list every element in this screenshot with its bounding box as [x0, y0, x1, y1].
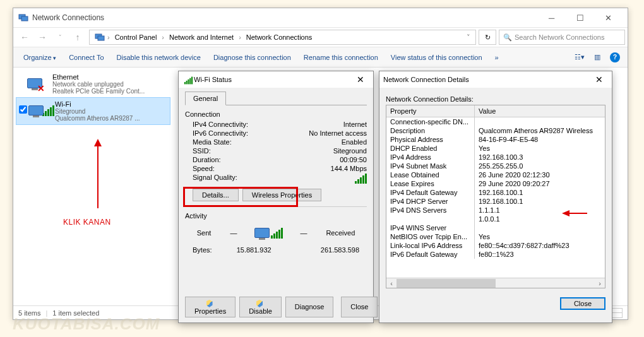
organize-menu[interactable]: Organize — [18, 51, 61, 64]
properties-button[interactable]: Properties — [185, 297, 236, 317]
disable-button[interactable]: Disable — [239, 297, 282, 317]
toolbar: Organize Connect To Disable this network… — [13, 47, 628, 68]
view-status-button[interactable]: View status of this connection — [386, 51, 487, 64]
property-cell: Physical Address — [386, 135, 475, 144]
value-cell: 192.168.100.1 — [475, 188, 605, 197]
property-cell: DHCP Enabled — [386, 144, 475, 153]
breadcrumb-icon — [92, 32, 102, 42]
property-value: 144.4 Mbps — [331, 165, 367, 172]
connect-to-button[interactable]: Connect To — [64, 51, 109, 64]
activity-label: Activity — [185, 212, 367, 220]
property-cell: Lease Obtained — [386, 170, 475, 179]
dialog-title: Wi-Fi Status — [194, 76, 352, 83]
table-row[interactable]: IPv4 Address192.168.100.3 — [386, 153, 605, 162]
dash: — — [230, 229, 237, 237]
property-value: Enabled — [342, 138, 367, 146]
svg-marker-5 — [94, 139, 102, 146]
signal-bars-icon — [355, 174, 367, 184]
property-cell — [386, 215, 475, 223]
table-row[interactable]: IPv4 DHCP Server192.168.100.1 — [386, 197, 605, 206]
disable-device-button[interactable]: Disable this network device — [112, 51, 206, 64]
dialog-close-button[interactable]: ✕ — [352, 73, 369, 86]
preview-pane-icon[interactable]: ▥ — [590, 50, 605, 65]
property-cell: Description — [386, 126, 475, 135]
close-button[interactable]: Close — [560, 297, 605, 310]
adapter-name: Ethernet — [52, 73, 168, 81]
up-button[interactable]: ↑ — [69, 28, 86, 46]
breadcrumb-item[interactable]: Control Panel — [112, 33, 160, 41]
sent-label: Sent — [197, 229, 212, 237]
value-cell: Qualcomm Atheros AR9287 Wireless — [475, 126, 605, 135]
signal-quality-label: Signal Quality: — [193, 174, 237, 184]
maximize-button[interactable]: ☐ — [566, 8, 594, 27]
table-row[interactable]: IPv4 Subnet Mask255.255.255.0 — [386, 162, 605, 170]
rename-button[interactable]: Rename this connection — [299, 51, 383, 64]
dialog-close-button[interactable]: ✕ — [590, 73, 608, 86]
table-row[interactable]: DHCP EnabledYes — [386, 144, 605, 153]
table-row[interactable]: DescriptionQualcomm Atheros AR9287 Wirel… — [386, 126, 605, 135]
property-cell: Lease Expires — [386, 179, 475, 188]
adapter-wifi[interactable]: Wi-Fi Siteground Qualcomm Atheros AR9287… — [16, 97, 170, 125]
property-value: Internet — [343, 121, 367, 128]
table-row[interactable]: Connection-specific DN... — [386, 117, 605, 126]
property-label: SSID: — [193, 147, 211, 155]
column-value[interactable]: Value — [475, 105, 605, 117]
value-cell: fe80::1%23 — [475, 250, 605, 259]
window-icon — [18, 13, 28, 23]
value-cell: fe80::54c:d397:6827:daff%23 — [475, 241, 605, 250]
value-cell: 29 June 2020 09:20:27 — [475, 179, 605, 188]
connection-details-dialog: Network Connection Details ✕ Network Con… — [379, 71, 612, 323]
adapter-status: Network cable unplugged — [52, 81, 168, 88]
table-row[interactable]: Link-local IPv6 Addressfe80::54c:d397:68… — [386, 241, 605, 250]
search-input[interactable]: 🔍 Search Network Connections — [499, 30, 625, 45]
window-title: Network Connections — [32, 13, 537, 22]
horizontal-scrollbar[interactable]: ‹› — [386, 278, 605, 288]
table-row[interactable]: NetBIOS over Tcpip En...Yes — [386, 232, 605, 241]
more-menu[interactable]: » — [490, 51, 504, 64]
breadcrumb-dropdown[interactable]: ˅ — [464, 33, 473, 42]
table-row[interactable]: IPv6 Default Gatewayfe80::1%23 — [386, 250, 605, 259]
wifi-icon — [30, 100, 52, 121]
property-cell: IPv4 Default Gateway — [386, 188, 475, 197]
details-label: Network Connection Details: — [386, 95, 605, 103]
wifi-bars-icon — [182, 75, 191, 84]
forward-button[interactable]: → — [33, 28, 51, 46]
titlebar: Network Connections ─ ☐ ✕ — [13, 8, 628, 27]
diagnose-button[interactable]: Diagnose this connection — [208, 51, 296, 64]
breadcrumb-item[interactable]: Network and Internet — [167, 33, 236, 41]
details-table: Property Value Connection-specific DN...… — [386, 105, 605, 288]
tab-general[interactable]: General — [185, 92, 226, 105]
close-button[interactable]: ✕ — [594, 8, 623, 27]
arrow-annotation — [92, 139, 104, 208]
received-label: Received — [326, 229, 355, 237]
table-row[interactable]: Physical Address84-16-F9-4F-E5-48 — [386, 135, 605, 144]
adapter-checkbox[interactable] — [19, 105, 27, 114]
breadcrumb-item[interactable]: Network Connections — [244, 33, 315, 41]
property-label: IPv4 Connectivity: — [193, 121, 248, 128]
adapter-ethernet[interactable]: ✕ Ethernet Network cable unplugged Realt… — [16, 71, 170, 97]
property-cell: IPv4 WINS Server — [386, 223, 475, 232]
table-row[interactable]: IPv4 Default Gateway192.168.100.1 — [386, 188, 605, 197]
value-cell: Yes — [475, 144, 605, 153]
diagnose-button[interactable]: Diagnose — [285, 297, 333, 317]
klik-kanan-annotation: KLIK KANAN — [63, 218, 111, 227]
dialog-titlebar: Network Connection Details ✕ — [379, 71, 612, 88]
table-row[interactable]: IPv4 WINS Server — [386, 223, 605, 232]
view-options-icon[interactable]: ☷▾ — [572, 50, 587, 65]
back-button[interactable]: ← — [16, 28, 33, 46]
minimize-button[interactable]: ─ — [537, 8, 566, 27]
table-row[interactable]: Lease Obtained26 June 2020 02:12:30 — [386, 170, 605, 179]
bytes-sent: 15.881.932 — [237, 246, 271, 254]
close-button[interactable]: Close — [341, 297, 378, 317]
value-cell: 192.168.100.3 — [475, 153, 605, 162]
column-property[interactable]: Property — [386, 105, 475, 117]
property-cell: IPv4 Subnet Mask — [386, 162, 475, 170]
recent-dropdown[interactable]: ˅ — [51, 28, 69, 46]
refresh-button[interactable]: ↻ — [479, 30, 496, 45]
breadcrumb[interactable]: › Control Panel › Network and Internet ›… — [89, 30, 476, 45]
value-cell — [475, 117, 605, 126]
property-cell: Link-local IPv6 Address — [386, 241, 475, 250]
adapter-name: Wi-Fi — [55, 100, 167, 108]
table-row[interactable]: Lease Expires29 June 2020 09:20:27 — [386, 179, 605, 188]
help-icon[interactable]: ? — [607, 50, 623, 65]
